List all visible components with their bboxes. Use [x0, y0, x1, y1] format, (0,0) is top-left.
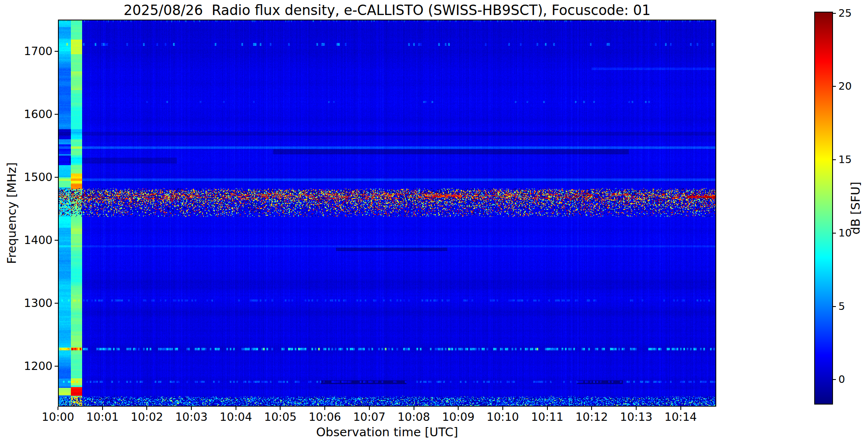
x-tick-mark — [369, 407, 370, 410]
x-tick-mark — [547, 407, 548, 410]
spectrogram-figure: 2025/08/26 Radio flux density, e-CALLIST… — [0, 0, 868, 445]
colorbar-tick-label: 15 — [838, 154, 868, 165]
x-tick-mark — [146, 407, 147, 410]
y-tick-mark — [55, 240, 58, 241]
x-tick-mark — [414, 407, 414, 410]
y-tick-label: 1600 — [0, 108, 53, 120]
x-tick-mark — [591, 407, 592, 410]
colorbar-tick-mark — [833, 379, 836, 380]
x-axis-label: Observation time [UTC] — [58, 425, 716, 439]
y-tick-mark — [55, 303, 58, 304]
colorbar-tick-label: 25 — [838, 8, 868, 18]
x-tick-label: 10:14 — [652, 411, 710, 422]
colorbar-tick-mark — [833, 13, 836, 14]
y-tick-label: 1300 — [0, 297, 53, 309]
colorbar-tick-mark — [833, 233, 836, 234]
colorbar-tick-mark — [833, 306, 836, 307]
x-tick-mark — [458, 407, 459, 410]
colorbar-tick-mark — [833, 86, 836, 87]
colorbar-tick-label: 20 — [838, 81, 868, 91]
x-tick-mark — [324, 407, 325, 410]
x-tick-mark — [502, 407, 503, 410]
y-tick-mark — [55, 366, 58, 367]
x-tick-mark — [191, 407, 192, 410]
x-tick-mark — [58, 407, 58, 410]
colorbar-tick-mark — [833, 159, 836, 160]
colorbar-tick-label: 0 — [838, 374, 868, 385]
y-tick-label: 1700 — [0, 45, 53, 57]
spectrogram-plot-image — [58, 20, 716, 407]
y-tick-mark — [55, 177, 58, 178]
x-tick-mark — [636, 407, 637, 410]
x-tick-mark — [280, 407, 281, 410]
colorbar-label: dB [SFU] — [848, 182, 863, 234]
colorbar-tick-label: 5 — [838, 301, 868, 312]
y-tick-label: 1200 — [0, 360, 53, 372]
y-tick-mark — [55, 114, 58, 115]
y-axis-label: Frequency [MHz] — [5, 162, 19, 264]
x-tick-mark — [102, 407, 103, 410]
x-tick-mark — [680, 407, 681, 410]
chart-title: 2025/08/26 Radio flux density, e-CALLIST… — [58, 2, 716, 18]
x-tick-mark — [236, 407, 236, 410]
colorbar — [814, 12, 833, 405]
y-tick-mark — [55, 51, 58, 52]
